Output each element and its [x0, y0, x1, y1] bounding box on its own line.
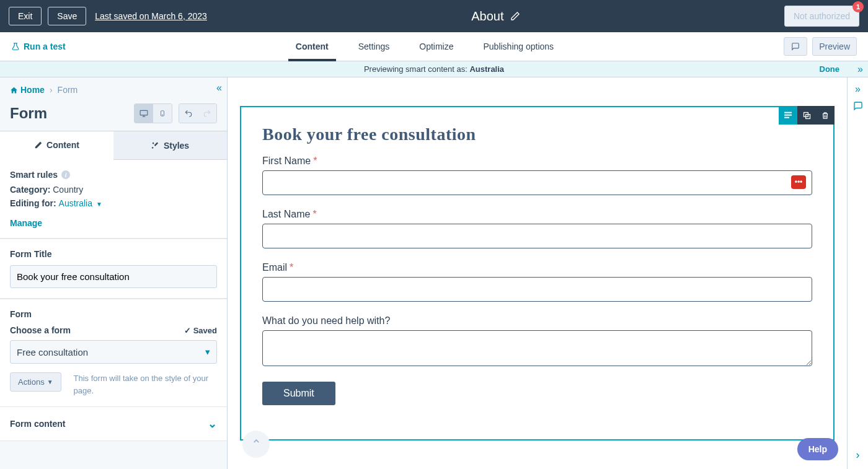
editing-for-row: Editing for: Australia ▼: [10, 198, 217, 208]
last-name-input[interactable]: [262, 224, 812, 248]
preview-button[interactable]: Preview: [812, 37, 857, 56]
svg-point-2: [162, 115, 163, 115]
panel-title: Form: [10, 105, 47, 122]
comments-button[interactable]: [784, 37, 807, 56]
undo-icon[interactable]: [179, 104, 198, 123]
beaker-icon: [11, 42, 20, 51]
page-title: About: [471, 9, 503, 24]
chevron-down-icon: ▼: [47, 379, 53, 385]
collapse-right-icon[interactable]: »: [855, 84, 861, 95]
form-title-input[interactable]: [10, 265, 217, 288]
tab-optimize[interactable]: Optimize: [419, 32, 453, 61]
first-name-label: First Name*: [262, 156, 812, 167]
category-row: Category: Country: [10, 185, 217, 195]
run-test-link[interactable]: Run a test: [11, 42, 66, 51]
done-link[interactable]: Done: [820, 64, 840, 74]
chevron-right-icon: ›: [50, 85, 53, 95]
form-select-value: Free consultation: [17, 347, 88, 357]
saved-indicator: ✓ Saved: [184, 326, 217, 335]
chevron-down-icon: ▾: [205, 346, 210, 357]
device-toggle: [134, 103, 172, 123]
chevron-right-icon[interactable]: ›: [856, 449, 860, 462]
panel-tab-styles-label: Styles: [164, 141, 189, 151]
svg-rect-4: [784, 115, 792, 116]
svg-rect-5: [784, 117, 789, 118]
smart-banner-prefix: Previewing smart content as:: [364, 64, 470, 74]
top-bar: Exit Save Last saved on March 6, 2023 Ab…: [0, 0, 868, 32]
left-panel: « Home › Form Form: [0, 77, 228, 469]
svg-rect-0: [140, 110, 148, 115]
scroll-top-button[interactable]: ⌃: [242, 431, 270, 458]
desktop-icon[interactable]: [135, 104, 153, 123]
smart-content-icon[interactable]: [779, 106, 797, 125]
last-name-label: Last Name*: [262, 209, 812, 220]
chat-icon[interactable]: [852, 101, 864, 111]
form-content-accordion[interactable]: Form content ⌄: [0, 407, 227, 441]
last-saved-link[interactable]: Last saved on March 6, 2023: [95, 11, 207, 21]
run-test-label: Run a test: [24, 42, 66, 51]
check-icon: ✓: [184, 326, 191, 335]
clone-icon[interactable]: [797, 106, 816, 125]
tab-content[interactable]: Content: [296, 32, 329, 61]
not-authorized-label: Not authorized: [794, 11, 850, 21]
breadcrumb: Home › Form: [0, 77, 227, 102]
editing-for-dropdown[interactable]: Australia ▼: [59, 198, 102, 208]
exit-button[interactable]: Exit: [9, 7, 42, 25]
save-button[interactable]: Save: [48, 7, 86, 25]
form-select[interactable]: Free consultation ▾: [10, 340, 217, 364]
form-section-label: Form: [10, 309, 217, 319]
smart-content-banner: Previewing smart content as: Australia D…: [0, 61, 868, 77]
breadcrumb-current: Form: [58, 85, 78, 95]
autofill-icon[interactable]: •••: [791, 175, 806, 189]
chevron-up-icon: ⌃: [251, 437, 262, 452]
sub-nav: Run a test Content Settings Optimize Pub…: [0, 32, 868, 61]
form-style-note: This form will take on the style of your…: [61, 372, 217, 397]
email-label: Email*: [262, 262, 812, 273]
email-input[interactable]: [262, 277, 812, 302]
svg-rect-3: [784, 112, 792, 113]
breadcrumb-home[interactable]: Home: [10, 85, 45, 95]
redo-icon: [198, 104, 216, 123]
tab-publishing[interactable]: Publishing options: [483, 32, 554, 61]
panel-tab-content[interactable]: Content: [0, 131, 113, 160]
right-rail: » ›: [847, 77, 868, 469]
not-authorized-button: Not authorized 1: [784, 6, 859, 27]
collapse-right-icon[interactable]: »: [857, 64, 863, 75]
mobile-icon[interactable]: [153, 104, 172, 123]
collapse-left-icon[interactable]: «: [216, 82, 222, 94]
choose-form-label: Choose a form: [10, 325, 71, 335]
help-textarea[interactable]: [262, 330, 812, 366]
undo-redo: [179, 103, 217, 123]
form-heading: Book your free consultation: [262, 125, 812, 144]
chevron-down-icon: ▼: [96, 201, 102, 208]
actions-button[interactable]: Actions ▼: [10, 372, 61, 392]
tab-settings[interactable]: Settings: [358, 32, 390, 61]
panel-tab-content-label: Content: [46, 140, 79, 150]
help-button[interactable]: Help: [797, 438, 838, 460]
notification-badge: 1: [852, 1, 864, 12]
submit-button[interactable]: Submit: [262, 382, 335, 405]
tools-icon: [151, 141, 160, 150]
manage-link[interactable]: Manage: [10, 218, 42, 228]
chevron-down-icon: ⌄: [208, 417, 217, 431]
first-name-input[interactable]: [262, 170, 812, 195]
pencil-icon: [34, 141, 43, 149]
form-title-label: Form Title: [10, 249, 217, 259]
smart-rules-label: Smart rules i: [10, 170, 217, 180]
canvas: Book your free consultation First Name* …: [228, 77, 847, 469]
help-label: What do you need help with?: [262, 315, 812, 327]
panel-tab-styles[interactable]: Styles: [113, 131, 227, 159]
form-module[interactable]: Book your free consultation First Name* …: [240, 106, 835, 441]
home-icon: [10, 86, 18, 94]
smart-banner-value: Australia: [469, 64, 504, 74]
trash-icon[interactable]: [816, 106, 835, 125]
pencil-icon[interactable]: [510, 11, 520, 21]
breadcrumb-home-label: Home: [20, 85, 45, 95]
info-icon[interactable]: i: [61, 170, 70, 179]
